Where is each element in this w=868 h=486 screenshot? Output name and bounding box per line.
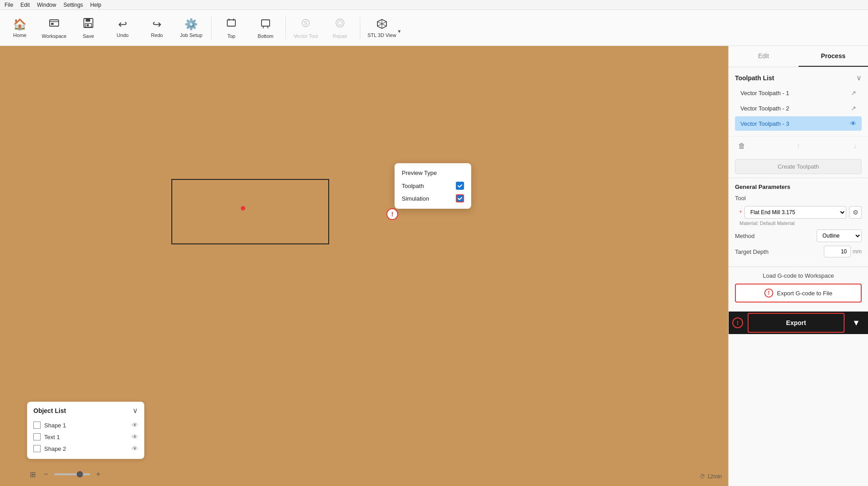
object-list-toggle[interactable]: ∨ xyxy=(133,406,138,415)
depth-unit: mm xyxy=(853,248,862,255)
tool-label: Tool xyxy=(735,195,746,202)
load-gcode-label: Load G-code to Workspace xyxy=(735,272,862,279)
toolpath-3-visibility-icon[interactable]: 👁 xyxy=(850,120,856,127)
workspace-button[interactable]: Workspace xyxy=(38,12,70,44)
export-area: Load G-code to Workspace ! Export G-code… xyxy=(729,266,868,312)
zoom-in-button[interactable]: + xyxy=(93,469,104,480)
shape2-visibility-icon[interactable]: 👁 xyxy=(132,445,138,452)
canvas-origin-dot xyxy=(241,206,245,211)
export-gcode-button[interactable]: ! Export G-code to File xyxy=(735,284,862,303)
shape2-label: Shape 2 xyxy=(44,445,66,452)
save-button[interactable]: Save xyxy=(72,12,105,44)
undo-icon: ↩ xyxy=(118,18,127,31)
move-down-toolpath-button: ↓ xyxy=(848,139,862,153)
job-setup-button[interactable]: ⚙️ Job Setup xyxy=(175,12,207,44)
toolpath-list-toggle[interactable]: ∨ xyxy=(856,73,862,82)
toolpath-list-title: Toolpath List xyxy=(735,74,774,82)
shape1-visibility-icon[interactable]: 👁 xyxy=(132,422,138,429)
undo-button[interactable]: ↩ Undo xyxy=(106,12,139,44)
preview-type-popup: Preview Type Toolpath Simulation xyxy=(395,163,471,209)
preview-toolpath-row[interactable]: Toolpath xyxy=(402,182,464,190)
toolpath-item-3[interactable]: Vector Toolpath - 3 👁 xyxy=(735,116,862,131)
redo-button[interactable]: ↪ Redo xyxy=(141,12,173,44)
svg-rect-2 xyxy=(51,23,54,25)
redo-icon: ↪ xyxy=(152,18,161,31)
object-item-shape2[interactable]: Shape 2 👁 xyxy=(33,443,138,454)
job-setup-icon: ⚙️ xyxy=(184,18,198,31)
tool-selector[interactable]: Flat End Mill 3.175 xyxy=(744,206,846,219)
svg-point-16 xyxy=(338,21,342,25)
stl-3d-view-icon xyxy=(376,18,388,32)
preview-type-title: Preview Type xyxy=(402,170,464,176)
target-depth-label: Target Depth xyxy=(735,248,768,255)
canvas-rectangle xyxy=(171,179,329,244)
bottom-button[interactable]: Bottom xyxy=(249,12,282,44)
toolpath-1-label: Vector Toolpath - 1 xyxy=(740,90,789,96)
general-params-title: General Parameters xyxy=(735,183,862,190)
warning-circle-icon: ! xyxy=(386,208,398,220)
tab-process[interactable]: Process xyxy=(799,46,868,67)
export-button[interactable]: Export xyxy=(748,313,845,333)
svg-text:S: S xyxy=(304,20,307,26)
right-panel: Edit Process Toolpath List ∨ Vector Tool… xyxy=(728,46,868,486)
text1-icon xyxy=(33,433,41,440)
canvas-area[interactable]: ! Preview Type Toolpath Simulation xyxy=(0,46,728,486)
home-icon: 🏠 xyxy=(13,18,27,31)
shape1-icon xyxy=(33,422,41,429)
export-dropdown-button[interactable]: ▼ xyxy=(847,314,865,331)
redo-label: Redo xyxy=(151,32,163,38)
method-selector[interactable]: Outline xyxy=(817,229,862,242)
shape2-icon xyxy=(33,445,41,452)
menu-edit[interactable]: Edit xyxy=(20,2,30,8)
save-icon xyxy=(83,17,94,32)
toolpath-3-label: Vector Toolpath - 3 xyxy=(740,120,789,127)
job-setup-label: Job Setup xyxy=(180,32,202,38)
main-area: ! Preview Type Toolpath Simulation xyxy=(0,46,868,486)
object-item-text1[interactable]: Text 1 👁 xyxy=(33,431,138,443)
preview-simulation-label: Simulation xyxy=(402,195,429,202)
top-label: Top xyxy=(227,33,235,39)
top-icon xyxy=(225,17,237,32)
delete-toolpath-button[interactable]: 🗑 xyxy=(735,139,749,153)
menu-help[interactable]: Help xyxy=(90,2,101,8)
separator-2 xyxy=(285,17,286,39)
toolpath-item-1[interactable]: Vector Toolpath - 1 ↗ xyxy=(735,86,862,100)
tool-settings-button[interactable]: ⚙ xyxy=(849,206,862,219)
fit-zoom-button[interactable]: ⊞ xyxy=(27,469,38,480)
vector-tool-icon: S xyxy=(300,17,312,32)
export-bar: ! Export ▼ xyxy=(729,312,868,334)
tabs: Edit Process xyxy=(729,46,868,67)
export-gcode-warning-icon: ! xyxy=(764,289,773,298)
object-list-title: Object List xyxy=(33,407,66,414)
preview-simulation-row[interactable]: Simulation xyxy=(402,194,464,202)
method-row: Method Outline xyxy=(735,229,862,242)
top-button[interactable]: Top xyxy=(215,12,248,44)
stl-3d-view-button[interactable]: STL 3D View ▼ xyxy=(364,16,405,40)
home-label: Home xyxy=(13,32,26,38)
zoom-out-button[interactable]: − xyxy=(41,469,51,480)
toolbar: 🏠 Home Workspace Save ↩ Undo xyxy=(0,10,868,46)
tool-required-star: * xyxy=(739,209,742,216)
stl-3d-view-label: STL 3D View xyxy=(367,32,396,38)
object-item-shape1[interactable]: Shape 1 👁 xyxy=(33,419,138,431)
toolpath-2-label: Vector Toolpath - 2 xyxy=(740,105,789,112)
target-depth-input[interactable] xyxy=(824,246,851,257)
menu-settings[interactable]: Settings xyxy=(64,2,83,8)
home-button[interactable]: 🏠 Home xyxy=(4,12,36,44)
menu-window[interactable]: Window xyxy=(37,2,56,8)
svg-point-15 xyxy=(336,19,344,27)
menu-file[interactable]: File xyxy=(5,2,13,8)
zoom-controls: ⊞ − + xyxy=(27,469,104,480)
toolpath-checkbox[interactable] xyxy=(456,182,464,190)
simulation-checkbox[interactable] xyxy=(456,194,464,202)
tab-edit[interactable]: Edit xyxy=(729,46,799,67)
canvas-warning: ! xyxy=(386,207,399,221)
toolpath-list-header: Toolpath List ∨ xyxy=(735,73,862,82)
toolpath-item-2[interactable]: Vector Toolpath - 2 ↗ xyxy=(735,101,862,115)
zoom-slider[interactable] xyxy=(54,473,90,475)
zoom-slider-thumb xyxy=(77,471,83,477)
text1-visibility-icon[interactable]: 👁 xyxy=(132,433,138,440)
svg-rect-6 xyxy=(87,24,89,26)
save-label: Save xyxy=(83,33,94,39)
repair-icon xyxy=(334,17,346,32)
